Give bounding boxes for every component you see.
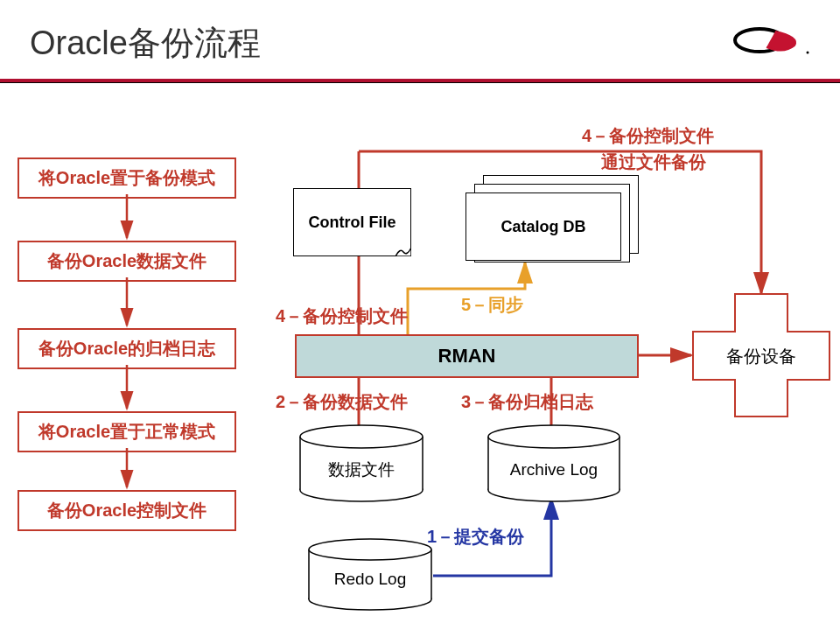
archive-log-cylinder: Archive Log xyxy=(486,424,622,503)
flow-step-normal-mode: 将Oracle置于正常模式 xyxy=(18,411,236,452)
flow-step-backup-control: 备份Oracle控制文件 xyxy=(18,490,236,531)
catalog-db-node: Catalog DB xyxy=(466,192,621,261)
label-1: 1－提交备份 xyxy=(427,525,524,549)
rman-node: RMAN xyxy=(295,334,639,378)
backup-device-node: 备份设备 xyxy=(691,292,838,419)
svg-point-27 xyxy=(309,539,431,560)
header-divider xyxy=(0,79,840,82)
label-2: 2－备份数据文件 xyxy=(276,390,408,414)
label-4b-line2: 通过文件备份 xyxy=(601,150,706,174)
svg-point-1 xyxy=(807,52,809,54)
svg-text:Archive Log: Archive Log xyxy=(510,460,598,479)
svg-point-21 xyxy=(488,425,620,448)
flow-step-backup-archive: 备份Oracle的归档日志 xyxy=(18,328,236,369)
label-4a: 4－备份控制文件 xyxy=(276,304,408,328)
catalog-db-label: Catalog DB xyxy=(500,218,585,236)
doc-fold-icon xyxy=(396,244,411,256)
flow-step-backup-data: 备份Oracle数据文件 xyxy=(18,241,236,282)
backup-device-label: 备份设备 xyxy=(726,346,796,366)
redo-log-cylinder: Redo Log xyxy=(306,538,434,612)
svg-text:数据文件: 数据文件 xyxy=(328,460,395,479)
data-file-cylinder: 数据文件 xyxy=(298,424,425,503)
slide-title: Oracle备份流程 xyxy=(30,21,261,66)
label-4b-line1: 4－备份控制文件 xyxy=(582,124,714,148)
commvault-logo-icon xyxy=(732,24,810,56)
flow-step-backup-mode: 将Oracle置于备份模式 xyxy=(18,158,236,199)
label-3: 3－备份归档日志 xyxy=(461,390,593,414)
label-5: 5－同步 xyxy=(461,293,523,317)
control-file-label: Control File xyxy=(309,214,396,232)
control-file-node: Control File xyxy=(293,188,411,256)
svg-text:Redo Log: Redo Log xyxy=(334,570,406,588)
svg-point-15 xyxy=(300,425,423,448)
